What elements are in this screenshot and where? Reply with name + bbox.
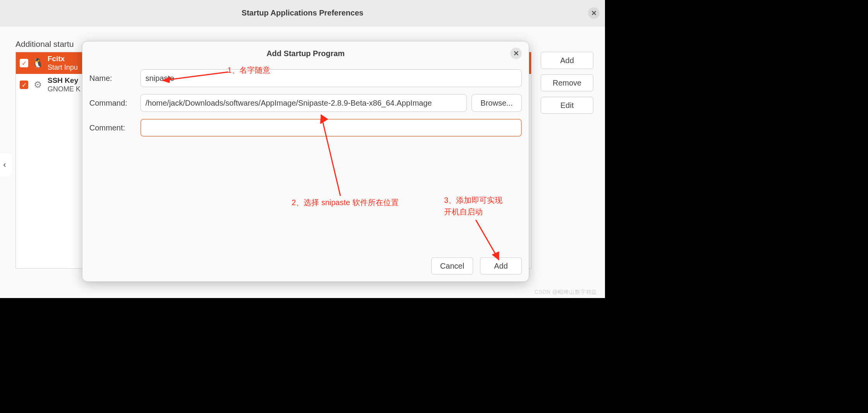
- row-text: SSH Key GNOME K: [48, 76, 80, 93]
- row-title: Fcitx: [48, 55, 78, 63]
- cancel-button[interactable]: Cancel: [431, 257, 473, 274]
- main-titlebar: Startup Applications Preferences ✕: [0, 0, 605, 26]
- main-window-title: Startup Applications Preferences: [242, 9, 364, 17]
- row-title: SSH Key: [48, 76, 80, 85]
- modal-footer: Cancel Add: [431, 257, 522, 274]
- row-subtitle: GNOME K: [48, 85, 80, 94]
- command-input[interactable]: [140, 94, 467, 112]
- checkbox-icon[interactable]: ✓: [20, 81, 28, 89]
- name-label: Name:: [89, 74, 136, 83]
- edit-button[interactable]: Edit: [541, 97, 593, 114]
- close-modal-button[interactable]: ✕: [510, 48, 522, 59]
- close-main-button[interactable]: ✕: [588, 7, 600, 19]
- checkbox-icon[interactable]: ✓: [20, 59, 28, 67]
- app-window: Startup Applications Preferences ✕ Addit…: [0, 0, 605, 298]
- add-confirm-button[interactable]: Add: [480, 257, 522, 274]
- gear-icon: ⚙: [32, 79, 44, 91]
- modal-title: Add Startup Program: [267, 49, 345, 58]
- modal-form: Name: Command: Browse... Comment:: [82, 65, 529, 137]
- row-text: Fcitx Start Inpu: [48, 55, 78, 72]
- watermark: CSDN @帽峰山数字精益: [535, 289, 597, 296]
- browse-button[interactable]: Browse...: [472, 94, 522, 112]
- close-icon: ✕: [591, 10, 597, 17]
- row-subtitle: Start Inpu: [48, 63, 78, 72]
- chevron-left-icon: ‹: [3, 160, 6, 170]
- add-startup-dialog: Add Startup Program ✕ Name: Command: Bro…: [82, 41, 529, 282]
- name-input[interactable]: [140, 69, 522, 87]
- remove-button[interactable]: Remove: [541, 74, 593, 91]
- side-buttons: Add Remove Edit: [541, 52, 593, 269]
- comment-input[interactable]: [140, 119, 522, 137]
- comment-label: Comment:: [89, 123, 136, 132]
- close-icon: ✕: [513, 50, 519, 57]
- command-label: Command:: [89, 99, 136, 108]
- add-button[interactable]: Add: [541, 52, 593, 69]
- penguin-icon: 🐧: [32, 57, 44, 69]
- prev-image-control[interactable]: ‹: [0, 153, 12, 177]
- modal-titlebar: Add Startup Program ✕: [82, 41, 529, 65]
